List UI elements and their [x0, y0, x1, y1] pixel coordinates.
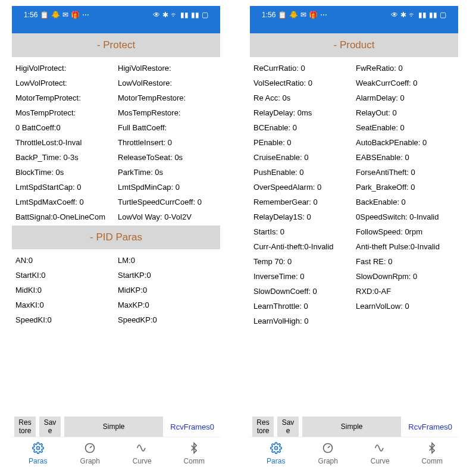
simple-button[interactable]: Simple: [64, 416, 163, 437]
save-button[interactable]: Sav e: [277, 416, 299, 437]
param-cell[interactable]: MosTempRestore:: [118, 105, 217, 120]
status-icon: 🐥: [289, 11, 298, 19]
param-cell[interactable]: Re Acc: 0s: [253, 90, 352, 105]
param-cell[interactable]: LM:0: [118, 253, 217, 268]
nav-label: Comm: [422, 457, 443, 465]
param-cell[interactable]: AlarmDelay: 0: [356, 90, 455, 105]
restore-button[interactable]: Res tore: [14, 416, 36, 437]
param-cell[interactable]: StartKI:0: [15, 268, 114, 283]
bottom-button-row: Res tore Sav e Simple RcvFrames0: [250, 414, 458, 437]
param-cell[interactable]: SpeedKI:0: [15, 312, 114, 327]
nav-curve[interactable]: Curve: [354, 437, 406, 470]
param-cell[interactable]: ForseAntiTheft: 0: [356, 165, 455, 180]
param-cell[interactable]: OverSpeedAlarm: 0: [253, 180, 352, 195]
param-cell[interactable]: [356, 314, 455, 328]
param-cell[interactable]: Anti-theft Pulse:0-Invalid: [356, 239, 455, 254]
param-cell[interactable]: LowVolRestore:: [118, 76, 217, 90]
param-cell[interactable]: HigiVolRestore:: [118, 61, 217, 76]
nav-curve[interactable]: Curve: [116, 437, 168, 470]
param-cell[interactable]: LearnVolLow: 0: [356, 299, 455, 314]
param-cell[interactable]: ReleaseToSeat: 0s: [118, 150, 217, 165]
param-cell[interactable]: ReCurrRatio: 0: [253, 61, 352, 76]
phone-left: 1:56 📋 🐥 ✉ 🎁 ⋯ 👁 ✱ ᯤ ▮▮ ▮▮ ▢ - Protect H…: [12, 6, 220, 470]
nav-paras[interactable]: Paras: [250, 437, 302, 470]
param-cell[interactable]: SlowDownRpm: 0: [356, 269, 455, 284]
status-icon: ✉: [62, 11, 68, 19]
param-grid-product: ReCurrRatio: 0FwReRatio: 0VolSelectRatio…: [250, 57, 458, 330]
restore-button[interactable]: Res tore: [252, 416, 274, 437]
param-cell[interactable]: ParkTime: 0s: [118, 165, 217, 180]
param-cell[interactable]: RelayDelay1S: 0: [253, 209, 352, 224]
param-cell[interactable]: BackEnable: 0: [356, 195, 455, 209]
param-cell[interactable]: LmtSpdStartCap: 0: [15, 180, 114, 195]
param-cell[interactable]: RelayDelay: 0ms: [253, 105, 352, 120]
nav-comm[interactable]: Comm: [168, 437, 221, 470]
param-grid-pid: AN:0LM:0StartKI:0StartKP:0MidKI:0MidKP:0…: [12, 249, 220, 328]
param-cell[interactable]: MosTempProtect:: [15, 105, 114, 120]
param-cell[interactable]: RXD:0-AF: [356, 284, 455, 299]
param-cell[interactable]: FwReRatio: 0: [356, 61, 455, 76]
param-cell[interactable]: MaxKI:0: [15, 298, 114, 312]
param-cell[interactable]: ThrottleInsert: 0: [118, 135, 217, 150]
param-cell[interactable]: SeatEnable: 0: [356, 120, 455, 135]
param-cell[interactable]: PushEnable: 0: [253, 165, 352, 180]
param-cell[interactable]: MidKI:0: [15, 283, 114, 298]
param-cell[interactable]: LowVolProtect:: [15, 76, 114, 90]
param-cell[interactable]: TurtleSpeedCurrCoeff: 0: [118, 195, 217, 209]
param-cell[interactable]: 0 BattCoeff:0: [15, 120, 114, 135]
param-cell[interactable]: Curr-Anti-theft:0-Invalid: [253, 239, 352, 254]
section-header-protect: - Protect: [12, 33, 220, 57]
param-cell[interactable]: AN:0: [15, 253, 114, 268]
param-cell[interactable]: HigiVolProtect:: [15, 61, 114, 76]
nav-graph[interactable]: Graph: [302, 437, 355, 470]
bottom-nav: Paras Graph Curve Comm: [12, 437, 220, 470]
param-cell[interactable]: StartKP:0: [118, 268, 217, 283]
app-bar: [250, 24, 458, 33]
param-cell[interactable]: MidKP:0: [118, 283, 217, 298]
param-cell[interactable]: SlowDownCoeff: 0: [253, 284, 352, 299]
bottom-nav: Paras Graph Curve Comm: [250, 437, 458, 470]
status-icon: ⋯: [82, 11, 89, 19]
svg-point-3: [274, 447, 277, 450]
param-cell[interactable]: FollowSpeed: 0rpm: [356, 224, 455, 239]
nav-graph[interactable]: Graph: [64, 437, 117, 470]
save-button[interactable]: Sav e: [39, 416, 61, 437]
param-cell[interactable]: CruiseEnable: 0: [253, 150, 352, 165]
param-cell[interactable]: Temp 70: 0: [253, 254, 352, 269]
nav-paras[interactable]: Paras: [12, 437, 64, 470]
param-cell[interactable]: MaxKP:0: [118, 298, 217, 312]
simple-button[interactable]: Simple: [302, 416, 401, 437]
param-cell[interactable]: VolSelectRatio: 0: [253, 76, 352, 90]
param-cell[interactable]: RelayOut: 0: [356, 105, 455, 120]
param-cell[interactable]: LmtSpdMaxCoeff: 0: [15, 195, 114, 209]
nav-label: Graph: [80, 457, 100, 465]
param-cell[interactable]: BackP_Time: 0-3s: [15, 150, 114, 165]
nav-label: Paras: [267, 457, 285, 465]
param-cell[interactable]: LearnVolHigh: 0: [253, 314, 352, 328]
wifi-icon: ᯤ: [171, 11, 178, 19]
param-cell[interactable]: ThrottleLost:0-Inval: [15, 135, 114, 150]
param-cell[interactable]: Fast RE: 0: [356, 254, 455, 269]
param-cell[interactable]: EABSEnable: 0: [356, 150, 455, 165]
section-header-pid: - PID Paras: [12, 226, 220, 249]
param-cell[interactable]: PEnable: 0: [253, 135, 352, 150]
nav-comm[interactable]: Comm: [406, 437, 459, 470]
param-cell[interactable]: LowVol Way: 0-Vol2V: [118, 209, 217, 224]
param-cell[interactable]: LmtSpdMinCap: 0: [118, 180, 217, 195]
param-cell[interactable]: WeakCurrCoeff: 0: [356, 76, 455, 90]
param-cell[interactable]: InverseTime: 0: [253, 269, 352, 284]
param-cell[interactable]: SpeedKP:0: [118, 312, 217, 327]
param-cell[interactable]: LearnThrottle: 0: [253, 299, 352, 314]
param-cell[interactable]: MotorTempProtect:: [15, 90, 114, 105]
param-cell[interactable]: BattSignal:0-OneLineCom: [15, 209, 114, 224]
param-cell[interactable]: BCEnable: 0: [253, 120, 352, 135]
param-cell[interactable]: AutoBackPEnable: 0: [356, 135, 455, 150]
status-bar: 1:56 📋 🐥 ✉ 🎁 ⋯ 👁 ✱ ᯤ ▮▮ ▮▮ ▢: [250, 6, 458, 24]
param-cell[interactable]: Full BattCoeff:: [118, 120, 217, 135]
param-cell[interactable]: BlockTime: 0s: [15, 165, 114, 180]
param-cell[interactable]: RememberGear: 0: [253, 195, 352, 209]
param-cell[interactable]: StartIs: 0: [253, 224, 352, 239]
param-cell[interactable]: Park_BrakeOff: 0: [356, 180, 455, 195]
param-cell[interactable]: MotorTempRestore:: [118, 90, 217, 105]
param-cell[interactable]: 0SpeedSwitch: 0-Invalid: [356, 209, 455, 224]
